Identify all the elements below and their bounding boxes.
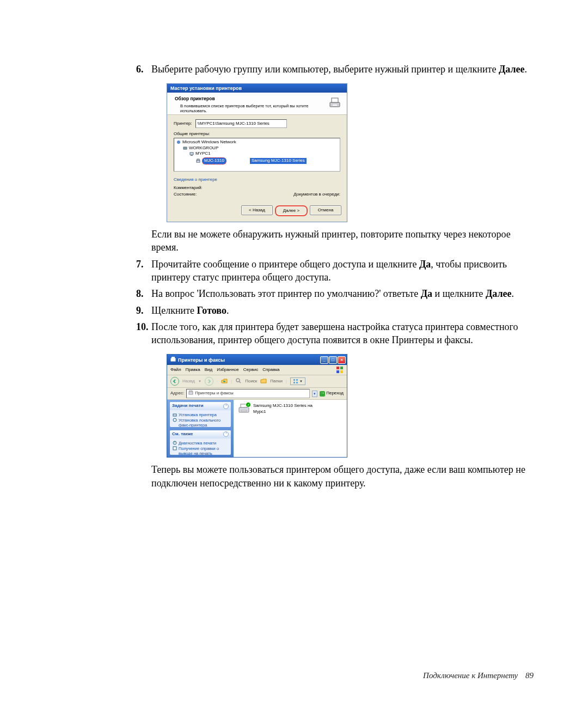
- wizard-body: Принтер: \\MYPC1\Samsung MJC-1310 Series…: [167, 115, 347, 201]
- menu-edit[interactable]: Правка: [186, 367, 200, 373]
- back-label[interactable]: Назад: [182, 379, 195, 385]
- svg-rect-7: [197, 160, 200, 162]
- svg-rect-2: [333, 105, 337, 106]
- comment-label: Комментарий:: [174, 185, 203, 191]
- step-6-bold: Далее: [499, 64, 525, 75]
- step-6: Выберите рабочую группу или компьютер, в…: [136, 63, 539, 254]
- svg-rect-23: [173, 414, 176, 416]
- svg-rect-20: [296, 382, 298, 383]
- step-7: Прочитайте сообщение о принтере общего д…: [136, 258, 539, 284]
- network-tree[interactable]: Microsoft Windows Network WORKGROUP MYPC…: [174, 138, 340, 172]
- printers-faxes-window: Принтеры и факсы _ □ × Файл Правка Вид: [167, 354, 347, 458]
- help-icon: ?: [173, 441, 177, 445]
- address-label: Адрес:: [170, 391, 184, 397]
- wizard-screenshot: Мастер установки принтеров Обзор принтер…: [167, 83, 539, 222]
- print-tasks-panel: Задачи печати ˄ Установка принтера: [170, 402, 231, 427]
- printer-icon: [196, 159, 200, 163]
- folders-button[interactable]: [260, 377, 267, 386]
- wizard-heading: Обзор принтеров: [175, 96, 325, 102]
- next-button[interactable]: Далее >: [275, 205, 308, 216]
- address-icon: [188, 390, 193, 397]
- windows-flag-icon: [336, 366, 344, 374]
- address-combo[interactable]: Принтеры и факсы: [186, 389, 310, 398]
- menu-bar: Файл Правка Вид Избранное Сервис Справка: [167, 365, 347, 375]
- maximize-button[interactable]: □: [329, 356, 337, 364]
- tree-computer[interactable]: MYPC1: [176, 151, 338, 157]
- network-icon: [176, 140, 181, 144]
- status-label: Состояние:: [174, 192, 197, 198]
- back-button[interactable]: < Назад: [241, 205, 273, 215]
- step-10-after: Теперь вы можете пользоваться принтером …: [151, 463, 539, 490]
- tree-network-root[interactable]: Microsoft Windows Network: [176, 139, 338, 145]
- svg-rect-6: [191, 155, 193, 156]
- task-get-help[interactable]: Получение справки о выводе на печать: [173, 446, 228, 455]
- printer-path-input[interactable]: \\MYPC1\Samsung MJC-1310 Series: [195, 119, 287, 128]
- cancel-button[interactable]: Отмена: [310, 205, 341, 215]
- address-dropdown-icon[interactable]: ▾: [312, 391, 317, 397]
- menu-favorites[interactable]: Избранное: [217, 367, 239, 373]
- folders-label[interactable]: Папки: [270, 379, 283, 385]
- printers-window-icon: [170, 356, 176, 363]
- svg-rect-22: [189, 391, 192, 392]
- task-add-fax[interactable]: Установка локального факс-принтера: [173, 418, 228, 427]
- printers-list-area: ✓ Samsung MJC-1310 Series на Mypc1: [234, 400, 347, 457]
- task-troubleshoot[interactable]: ? Диагностика печати: [173, 441, 228, 446]
- menu-file[interactable]: Файл: [170, 367, 181, 373]
- svg-rect-12: [340, 367, 343, 369]
- step-9: Щелкните Готово.: [136, 304, 539, 317]
- add-printer-wizard: Мастер установки принтеров Обзор принтер…: [167, 83, 347, 222]
- printer-item-label: Samsung MJC-1310 Series на Mypc1: [253, 403, 318, 415]
- see-also-title: См. также: [172, 431, 193, 437]
- svg-rect-11: [336, 367, 339, 369]
- svg-rect-9: [171, 358, 175, 361]
- collapse-icon[interactable]: ˄: [223, 431, 229, 437]
- svg-rect-27: [173, 447, 176, 450]
- menu-help[interactable]: Справка: [262, 367, 279, 373]
- fax-icon: [173, 418, 177, 422]
- step-6-text-a: Выберите рабочую группу или компьютер, в…: [151, 64, 499, 75]
- printer-path-label: Принтер:: [174, 121, 192, 127]
- menu-tools[interactable]: Сервис: [243, 367, 258, 373]
- address-bar: Адрес: Принтеры и факсы ▾ → Переход: [167, 388, 347, 400]
- collapse-icon[interactable]: ˄: [223, 404, 229, 409]
- search-button[interactable]: [235, 377, 242, 386]
- explorer-screenshot: Принтеры и факсы _ □ × Файл Правка Вид: [167, 354, 539, 458]
- svg-rect-4: [183, 147, 187, 149]
- views-button[interactable]: ▼: [290, 377, 305, 385]
- minimize-button[interactable]: _: [320, 356, 328, 364]
- svg-rect-1: [332, 98, 338, 102]
- wizard-footer: < Назад Далее > Отмена: [167, 201, 347, 222]
- toolbar: Назад ▼ · |: [167, 375, 347, 388]
- printer-item[interactable]: ✓ Samsung MJC-1310 Series на Mypc1: [238, 403, 342, 415]
- tree-printer-selected[interactable]: MJC-1310 Samsung MJC-1310 Series: [176, 157, 338, 164]
- print-tasks-title: Задачи печати: [172, 403, 204, 409]
- wizard-titlebar: Мастер установки принтеров: [167, 84, 347, 93]
- tree-workgroup[interactable]: WORKGROUP: [176, 145, 338, 151]
- up-button[interactable]: [221, 377, 228, 386]
- shared-printers-label: Общие принтеры:: [174, 131, 340, 137]
- printer-wizard-icon: [328, 96, 341, 109]
- svg-rect-19: [293, 382, 295, 383]
- forward-button[interactable]: [205, 377, 213, 386]
- svg-rect-10: [171, 357, 175, 358]
- svg-rect-30: [241, 410, 247, 411]
- svg-rect-18: [296, 379, 298, 381]
- search-label[interactable]: Поиск: [245, 379, 257, 385]
- default-check-icon: ✓: [246, 402, 251, 407]
- step-8: На вопрос 'Использовать этот принтер по …: [136, 287, 539, 300]
- svg-rect-8: [197, 159, 199, 160]
- see-also-panel: См. также ˄ ? Диагностика печати: [170, 430, 231, 455]
- tasks-sidebar: Задачи печати ˄ Установка принтера: [167, 400, 234, 457]
- close-button[interactable]: ×: [338, 356, 346, 364]
- menu-view[interactable]: Вид: [205, 367, 212, 373]
- task-add-printer[interactable]: Установка принтера: [173, 412, 228, 417]
- back-button[interactable]: [170, 377, 179, 386]
- svg-text:?: ?: [174, 441, 176, 444]
- go-button[interactable]: → Переход: [320, 391, 344, 397]
- svg-rect-17: [293, 379, 295, 381]
- docs-queue-label: Документов в очереди:: [293, 192, 340, 198]
- page-footer: Подключение к Интернету 89: [0, 671, 534, 680]
- svg-rect-5: [190, 153, 193, 155]
- workgroup-icon: [183, 146, 187, 150]
- back-dropdown-icon[interactable]: ▼: [198, 379, 201, 383]
